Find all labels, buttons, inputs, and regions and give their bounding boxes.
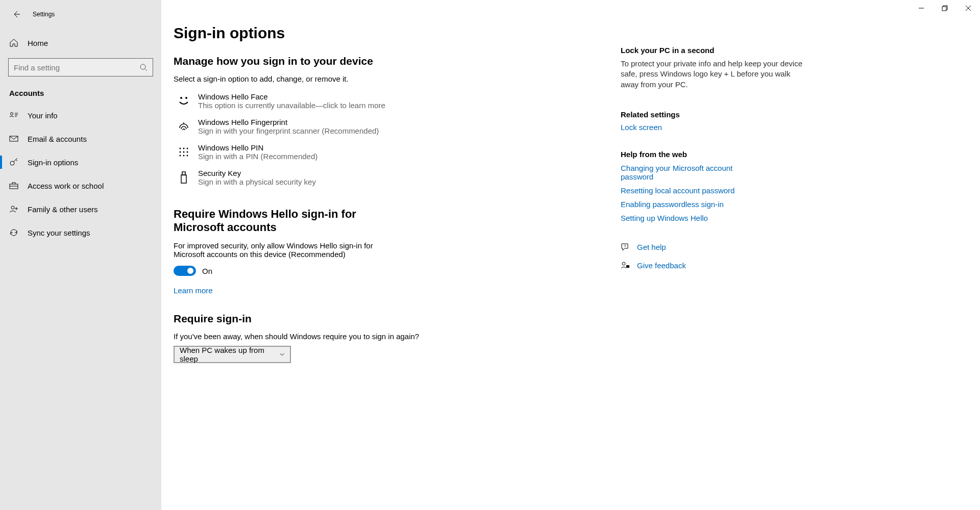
svg-point-13 — [183, 151, 185, 153]
svg-point-16 — [183, 155, 185, 157]
section-require-hello-heading: Require Windows Hello sign-in for Micros… — [174, 208, 398, 234]
svg-point-3 — [10, 161, 14, 165]
chevron-down-icon — [279, 351, 285, 358]
section-manage-heading: Manage how you sign in to your device — [174, 55, 621, 67]
window-title: Settings — [33, 11, 55, 18]
search-input[interactable] — [14, 63, 139, 72]
svg-point-10 — [183, 148, 185, 149]
require-signin-select[interactable]: When PC wakes up from sleep — [174, 346, 291, 363]
sidebar-item-access-work-school[interactable]: Access work or school — [0, 174, 161, 197]
require-hello-toggle[interactable] — [174, 266, 196, 276]
section-require-signin-desc: If you've been away, when should Windows… — [174, 332, 480, 341]
svg-rect-22 — [626, 265, 629, 268]
feedback-icon — [621, 261, 630, 270]
sidebar-item-your-info[interactable]: Your info — [0, 104, 161, 127]
svg-point-12 — [180, 151, 181, 153]
section-require-signin-heading: Require sign-in — [174, 313, 621, 325]
keypad-icon — [178, 146, 189, 158]
option-sub: Sign in with your fingerprint scanner (R… — [198, 126, 379, 135]
signin-option-security-key[interactable]: Security Key Sign in with a physical sec… — [174, 165, 490, 190]
search-box[interactable] — [8, 58, 153, 76]
svg-point-21 — [622, 262, 625, 265]
page-title: Sign-in options — [174, 24, 621, 42]
option-title: Security Key — [198, 169, 316, 177]
maximize-icon — [942, 5, 948, 11]
help-link-setup-hello[interactable]: Setting up Windows Hello — [621, 214, 743, 222]
help-link-reset-local[interactable]: Resetting local account password — [621, 186, 743, 195]
give-feedback-row[interactable]: Give feedback — [621, 261, 807, 270]
signin-option-pin[interactable]: Windows Hello PIN Sign in with a PIN (Re… — [174, 139, 490, 165]
close-icon — [965, 5, 971, 11]
sidebar-item-label: Family & other users — [28, 205, 98, 214]
sidebar-item-email-accounts[interactable]: Email & accounts — [0, 127, 161, 150]
svg-point-14 — [187, 151, 188, 153]
svg-point-0 — [140, 64, 145, 69]
help-link-passwordless[interactable]: Enabling passwordless sign-in — [621, 200, 743, 209]
related-settings-title: Related settings — [621, 110, 807, 119]
get-help-row[interactable]: ? Get help — [621, 243, 807, 252]
svg-point-11 — [187, 148, 188, 149]
back-arrow-icon — [12, 10, 20, 18]
sidebar-item-label: Your info — [28, 111, 58, 120]
help-icon: ? — [621, 243, 630, 252]
sidebar-item-label: Sync your settings — [28, 228, 90, 237]
get-help-link[interactable]: Get help — [637, 243, 666, 251]
svg-point-17 — [187, 155, 188, 157]
key-icon — [9, 158, 18, 167]
sidebar-item-label: Email & accounts — [28, 135, 87, 143]
sidebar-item-sign-in-options[interactable]: Sign-in options — [0, 150, 161, 174]
mail-icon — [9, 134, 18, 143]
minimize-button[interactable] — [910, 0, 933, 16]
briefcase-icon — [9, 181, 18, 190]
option-title: Windows Hello PIN — [198, 143, 317, 152]
signin-option-fingerprint[interactable]: Windows Hello Fingerprint Sign in with y… — [174, 114, 490, 139]
lock-tip-title: Lock your PC in a second — [621, 46, 807, 55]
sidebar-item-label: Sign-in options — [28, 158, 78, 167]
signin-option-face[interactable]: Windows Hello Face This option is curren… — [174, 88, 490, 114]
home-icon — [9, 38, 18, 47]
face-icon — [177, 94, 190, 108]
search-icon — [139, 63, 148, 71]
svg-rect-19 — [182, 172, 185, 175]
lock-tip-text: To protect your private info and help ke… — [621, 59, 807, 90]
sidebar-home-label: Home — [28, 39, 48, 47]
give-feedback-link[interactable]: Give feedback — [637, 261, 686, 270]
svg-rect-6 — [942, 7, 946, 11]
section-require-hello-desc: For improved security, only allow Window… — [174, 241, 398, 259]
require-signin-value: When PC wakes up from sleep — [180, 346, 279, 363]
sync-icon — [9, 228, 18, 237]
svg-point-8 — [185, 97, 187, 99]
option-sub: This option is currently unavailable—cli… — [198, 101, 385, 110]
people-icon — [9, 205, 18, 214]
right-pane: Lock your PC in a second To protect your… — [621, 0, 820, 510]
main: Sign-in options Manage how you sign in t… — [161, 0, 980, 510]
person-card-icon — [9, 111, 18, 120]
sidebar-category: Accounts — [0, 84, 161, 104]
svg-point-15 — [180, 155, 181, 157]
fingerprint-icon — [177, 120, 190, 133]
help-link-change-password[interactable]: Changing your Microsoft account password — [621, 164, 743, 181]
sidebar-home[interactable]: Home — [0, 33, 161, 53]
content: Sign-in options Manage how you sign in t… — [161, 0, 621, 510]
back-button[interactable] — [9, 7, 23, 21]
sidebar-item-sync-settings[interactable]: Sync your settings — [0, 221, 161, 244]
option-title: Windows Hello Face — [198, 92, 385, 101]
related-link-lock-screen[interactable]: Lock screen — [621, 123, 743, 132]
close-button[interactable] — [957, 0, 980, 16]
sidebar-item-label: Access work or school — [28, 182, 104, 190]
svg-point-9 — [180, 148, 181, 149]
help-web-title: Help from the web — [621, 150, 807, 159]
learn-more-link[interactable]: Learn more — [174, 286, 213, 295]
sidebar: Settings Home Accounts Your info Email &… — [0, 0, 161, 510]
option-sub: Sign in with a PIN (Recommended) — [198, 152, 317, 161]
svg-point-5 — [11, 206, 14, 209]
option-sub: Sign in with a physical security key — [198, 177, 316, 186]
svg-text:?: ? — [624, 244, 626, 248]
minimize-icon — [918, 5, 924, 11]
svg-point-7 — [180, 97, 182, 99]
sidebar-item-family-users[interactable]: Family & other users — [0, 197, 161, 221]
option-title: Windows Hello Fingerprint — [198, 118, 379, 126]
section-manage-desc: Select a sign-in option to add, change, … — [174, 74, 621, 83]
maximize-button[interactable] — [933, 0, 957, 16]
require-hello-toggle-label: On — [202, 267, 212, 275]
